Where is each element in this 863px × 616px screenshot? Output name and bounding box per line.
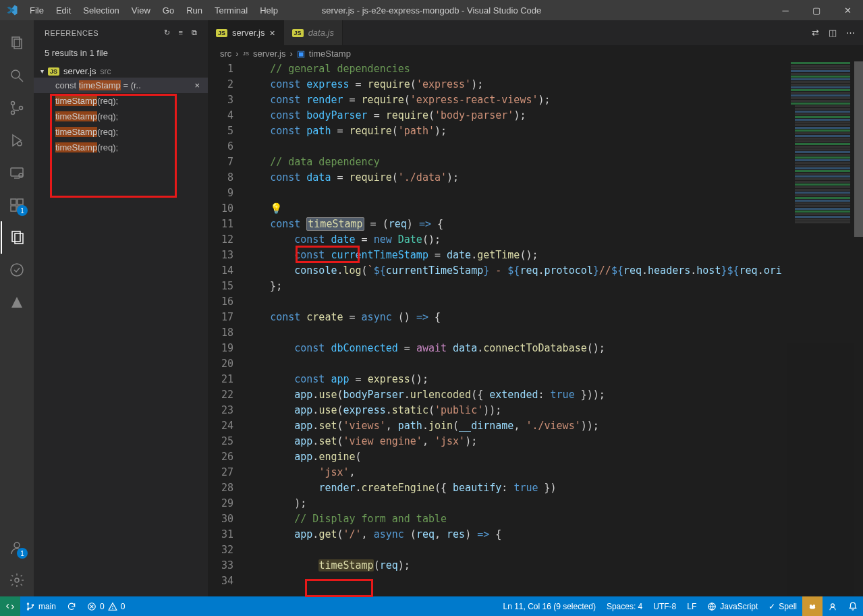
tab-label: data.js xyxy=(308,28,334,38)
js-file-icon: JS xyxy=(292,29,304,37)
source-control-icon[interactable] xyxy=(1,92,33,124)
test-icon[interactable] xyxy=(1,254,33,286)
window-title: server.js - js-e2e-express-mongodb - Vis… xyxy=(322,5,542,16)
remote-explorer-icon[interactable] xyxy=(1,157,33,189)
copilot-icon[interactable] xyxy=(802,596,823,616)
code-area[interactable]: 1234567891011121314151617181920212223242… xyxy=(208,61,863,596)
vscode-logo-icon xyxy=(0,4,24,16)
explorer-icon[interactable] xyxy=(1,27,33,59)
breadcrumb-dir: src xyxy=(220,49,231,59)
js-file-icon: JS xyxy=(216,29,227,37)
menu-terminal[interactable]: Terminal xyxy=(208,5,254,16)
tab-server-js[interactable]: JS server.js × xyxy=(208,20,284,45)
svg-rect-12 xyxy=(11,199,16,204)
search-icon[interactable] xyxy=(1,59,33,92)
references-file[interactable]: ▾ JS server.js src xyxy=(34,65,208,78)
reference-item[interactable]: const timeStamp = (r..× xyxy=(34,78,208,93)
svg-marker-19 xyxy=(11,297,22,308)
svg-rect-13 xyxy=(11,206,16,211)
compare-icon[interactable]: ⇄ xyxy=(812,28,819,38)
menu-help[interactable]: Help xyxy=(254,5,284,16)
breadcrumb[interactable]: src › JS server.js › ▣ timeStamp xyxy=(208,45,863,61)
svg-point-21 xyxy=(15,578,19,582)
menu-edit[interactable]: Edit xyxy=(50,5,77,16)
more-icon[interactable]: ⋯ xyxy=(846,28,855,38)
editor: JS server.js × JS data.js ⇄ ◫ ⋯ src › JS… xyxy=(208,20,863,596)
feedback-icon[interactable] xyxy=(823,596,843,616)
sidebar-title: REFERENCES xyxy=(45,29,99,37)
svg-point-29 xyxy=(112,608,113,609)
maximize-button[interactable]: ▢ xyxy=(801,0,832,20)
menu-run[interactable]: Run xyxy=(180,5,208,16)
extensions-icon[interactable]: 1 xyxy=(1,189,33,221)
svg-point-2 xyxy=(11,70,20,78)
menu-go[interactable]: Go xyxy=(157,5,180,16)
reference-item[interactable]: timeStamp(req); xyxy=(34,93,208,109)
spell-label: Spell xyxy=(779,602,797,611)
split-editor-icon[interactable]: ◫ xyxy=(829,28,837,38)
sync-icon[interactable] xyxy=(61,596,82,616)
accounts-icon[interactable]: 1 xyxy=(1,532,33,564)
collapse-icon[interactable]: ⧉ xyxy=(192,28,198,37)
svg-line-3 xyxy=(19,78,23,82)
language-mode[interactable]: JavaScript xyxy=(702,596,763,616)
js-file-icon: JS xyxy=(48,67,59,76)
spell-check[interactable]: ✓ Spell xyxy=(763,596,802,616)
tab-bar: JS server.js × JS data.js ⇄ ◫ ⋯ xyxy=(208,20,863,45)
cursor-position[interactable]: Ln 11, Col 16 (9 selected) xyxy=(497,596,601,616)
svg-point-11 xyxy=(19,173,23,177)
svg-rect-0 xyxy=(12,37,20,47)
refresh-icon[interactable]: ↻ xyxy=(164,28,171,37)
svg-point-34 xyxy=(831,603,835,607)
scrollbar[interactable] xyxy=(854,61,863,596)
svg-rect-1 xyxy=(14,39,22,49)
extensions-badge: 1 xyxy=(17,205,28,216)
run-debug-icon[interactable] xyxy=(1,124,33,157)
tab-label: server.js xyxy=(232,28,265,38)
branch-name: main xyxy=(38,602,56,611)
close-button[interactable]: ✕ xyxy=(832,0,863,20)
eol[interactable]: LF xyxy=(681,596,702,616)
reference-item[interactable]: timeStamp(req); xyxy=(34,124,208,140)
svg-point-8 xyxy=(18,142,22,146)
menu-selection[interactable]: Selection xyxy=(77,5,125,16)
symbol-icon: ▣ xyxy=(297,49,305,59)
notifications-icon[interactable] xyxy=(843,596,863,616)
dismiss-icon[interactable]: × xyxy=(194,80,200,90)
breadcrumb-symbol: timeStamp xyxy=(309,49,351,59)
settings-gear-icon[interactable] xyxy=(1,564,33,596)
minimap[interactable] xyxy=(787,61,854,596)
file-dir: src xyxy=(100,67,111,76)
indentation[interactable]: Spaces: 4 xyxy=(601,596,648,616)
tab-data-js[interactable]: JS data.js xyxy=(284,20,343,45)
svg-point-4 xyxy=(11,102,15,105)
reference-item[interactable]: timeStamp(req); xyxy=(34,140,208,155)
svg-point-18 xyxy=(11,264,23,276)
activity-bar: 1 1 xyxy=(0,20,34,596)
accounts-badge: 1 xyxy=(17,548,28,559)
remote-indicator[interactable] xyxy=(0,596,20,616)
minimize-button[interactable]: ─ xyxy=(770,0,801,20)
menu-file[interactable]: File xyxy=(24,5,50,16)
references-icon[interactable] xyxy=(1,221,33,254)
svg-point-6 xyxy=(20,107,23,110)
svg-point-20 xyxy=(14,542,20,548)
tab-close-icon[interactable]: × xyxy=(269,28,275,38)
problems[interactable]: 0 0 xyxy=(82,596,130,616)
js-file-icon: JS xyxy=(243,51,249,57)
encoding[interactable]: UTF-8 xyxy=(648,596,681,616)
svg-point-24 xyxy=(32,604,33,605)
warning-count: 0 xyxy=(121,602,126,611)
svg-rect-9 xyxy=(11,168,23,176)
chevron-down-icon: ▾ xyxy=(40,67,44,75)
svg-rect-15 xyxy=(18,199,23,204)
clear-icon[interactable]: ≡ xyxy=(179,28,184,37)
svg-rect-33 xyxy=(810,605,815,609)
reference-item[interactable]: timeStamp(req); xyxy=(34,109,208,124)
references-summary: 5 results in 1 file xyxy=(34,45,208,65)
language-label: JavaScript xyxy=(720,602,758,611)
svg-point-5 xyxy=(11,111,15,115)
azure-icon[interactable] xyxy=(1,286,33,318)
menu-view[interactable]: View xyxy=(126,5,157,16)
git-branch[interactable]: main xyxy=(20,596,61,616)
